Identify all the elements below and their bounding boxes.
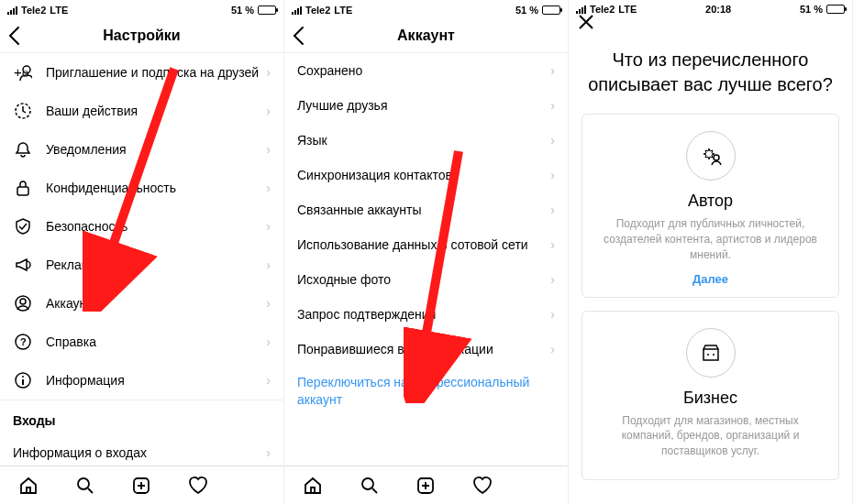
row-privacy[interactable]: Конфиденциальность › — [0, 169, 283, 207]
row-invite-friends[interactable]: +௦⁠ Приглашение и подписка на друзей › — [0, 53, 283, 92]
chevron-right-icon: › — [266, 296, 271, 311]
bell-icon — [13, 140, 33, 159]
row-posts-you-liked[interactable]: Понравившиеся вам публикации› — [284, 332, 568, 367]
row-language[interactable]: Язык› — [284, 123, 568, 158]
screen-heading: Что из перечисленного описывает вас лучш… — [582, 48, 839, 97]
activity-icon — [13, 102, 33, 120]
card-next-button[interactable]: Далее — [595, 272, 825, 286]
svg-point-13 — [362, 478, 373, 489]
new-post-tab-icon[interactable] — [130, 475, 152, 497]
signal-icon — [576, 5, 586, 14]
network-label: LTE — [618, 4, 637, 15]
battery-pct: 51 % — [800, 4, 823, 15]
info-icon — [13, 371, 33, 389]
logins-section-header: Входы — [0, 400, 283, 435]
carrier-label: Tele2 — [21, 5, 46, 16]
home-tab-icon[interactable] — [17, 475, 39, 497]
battery-icon — [258, 5, 276, 15]
chevron-right-icon: › — [550, 63, 555, 78]
row-saved[interactable]: Сохранено› — [284, 53, 568, 88]
row-label: Ваши действия — [46, 104, 266, 118]
row-label: Понравившиеся вам публикации — [297, 342, 550, 356]
search-tab-icon[interactable] — [74, 475, 96, 497]
business-icon — [686, 328, 736, 378]
svg-point-15 — [714, 155, 719, 160]
row-security[interactable]: Безопасность › — [0, 207, 283, 246]
nav-bar — [569, 16, 852, 27]
row-ads[interactable]: Реклама › — [0, 246, 283, 284]
status-bar: Tele2 LTE 51 % — [284, 0, 568, 18]
row-linked-accounts[interactable]: Связанные аккаунты› — [284, 192, 568, 227]
search-tab-icon[interactable] — [359, 475, 381, 497]
account-icon — [13, 294, 33, 312]
megaphone-icon — [13, 256, 33, 274]
status-bar: Tele2 LTE 51 % — [0, 0, 283, 18]
tab-bar — [284, 466, 568, 504]
carrier-label: Tele2 — [305, 5, 330, 16]
back-icon[interactable] — [7, 26, 20, 46]
new-post-tab-icon[interactable] — [415, 475, 437, 497]
chevron-right-icon: › — [550, 203, 555, 217]
page-title: Настройки — [103, 27, 180, 44]
page-title: Аккаунт — [397, 27, 455, 44]
chevron-right-icon: › — [266, 104, 271, 118]
row-cellular-data-use[interactable]: Использование данных в сотовой сети› — [284, 227, 568, 262]
signal-icon — [292, 6, 302, 15]
card-title: Автор — [595, 192, 825, 211]
row-label: Информация — [46, 373, 266, 388]
chevron-right-icon: › — [550, 307, 555, 322]
profile-tab-icon[interactable] — [244, 475, 266, 497]
chevron-right-icon: › — [550, 133, 555, 148]
profile-tab-icon[interactable] — [528, 475, 550, 497]
battery-icon — [826, 5, 845, 14]
switch-professional-link[interactable]: Переключиться на профессиональный аккаун… — [284, 367, 568, 416]
row-label: Информация о входах — [13, 445, 266, 460]
row-close-friends[interactable]: Лучшие друзья› — [284, 88, 568, 123]
row-label: Безопасность — [46, 219, 266, 234]
row-label: Приглашение и подписка на друзей — [46, 65, 266, 80]
chevron-right-icon: › — [266, 142, 271, 157]
chevron-right-icon: › — [266, 257, 271, 272]
row-about[interactable]: Информация › — [0, 361, 283, 400]
row-your-activity[interactable]: Ваши действия › — [0, 92, 283, 130]
card-business[interactable]: Бизнес Подходит для магазинов, местных к… — [582, 311, 839, 480]
home-tab-icon[interactable] — [302, 475, 324, 497]
row-help[interactable]: ? Справка › — [0, 323, 283, 361]
nav-bar: Настройки — [0, 18, 283, 53]
settings-screen: Tele2 LTE 51 % Настройки +௦⁠ Приглашение… — [0, 0, 284, 504]
tab-bar — [0, 466, 283, 504]
account-list: Сохранено› Лучшие друзья› Язык› Синхрони… — [284, 53, 568, 466]
row-original-photos[interactable]: Исходные фото› — [284, 262, 568, 297]
chevron-right-icon: › — [550, 272, 555, 287]
add-friend-icon: +௦⁠ — [13, 63, 33, 82]
time-label: 20:18 — [705, 4, 731, 15]
card-title: Бизнес — [595, 389, 825, 408]
network-label: LTE — [50, 5, 68, 16]
row-account[interactable]: Аккаунт › — [0, 284, 283, 323]
row-notifications[interactable]: Уведомления › — [0, 130, 283, 169]
row-label: Исходные фото — [297, 272, 550, 287]
chevron-right-icon: › — [266, 373, 271, 388]
activity-tab-icon[interactable] — [471, 475, 493, 497]
chevron-right-icon: › — [550, 342, 555, 356]
chevron-right-icon: › — [550, 237, 555, 252]
chevron-right-icon: › — [266, 334, 271, 349]
svg-rect-10 — [22, 379, 24, 385]
chevron-right-icon: › — [266, 445, 271, 460]
row-contacts-syncing[interactable]: Синхронизация контактов› — [284, 158, 568, 192]
svg-point-5 — [20, 299, 26, 304]
chevron-right-icon: › — [266, 181, 271, 195]
row-label: Лучшие друзья — [297, 98, 550, 113]
close-icon[interactable] — [578, 14, 594, 30]
card-creator[interactable]: Автор Подходит для публичных личностей, … — [582, 114, 839, 297]
row-request-verification[interactable]: Запрос подтверждения› — [284, 297, 568, 332]
activity-tab-icon[interactable] — [187, 475, 209, 497]
row-label: Синхронизация контактов — [297, 168, 550, 182]
creator-icon — [686, 131, 736, 181]
signal-icon — [7, 6, 17, 15]
lock-icon — [13, 179, 33, 197]
status-bar: Tele2 LTE 20:18 51 % — [569, 0, 852, 16]
back-icon[interactable] — [292, 26, 305, 46]
row-login-info[interactable]: Информация о входах › — [0, 435, 283, 466]
choose-category-screen: Tele2 LTE 20:18 51 % Что из перечисленно… — [569, 0, 853, 504]
